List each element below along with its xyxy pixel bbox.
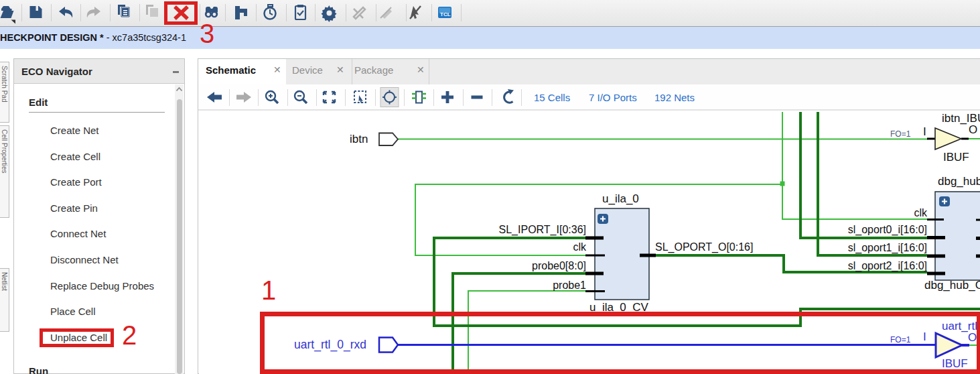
svg-text:192 Nets: 192 Nets [654, 92, 695, 103]
svg-text:15 Cells: 15 Cells [534, 92, 570, 103]
svg-text:TCL: TCL [440, 11, 451, 17]
svg-text:7 I/O Ports: 7 I/O Ports [589, 92, 637, 103]
